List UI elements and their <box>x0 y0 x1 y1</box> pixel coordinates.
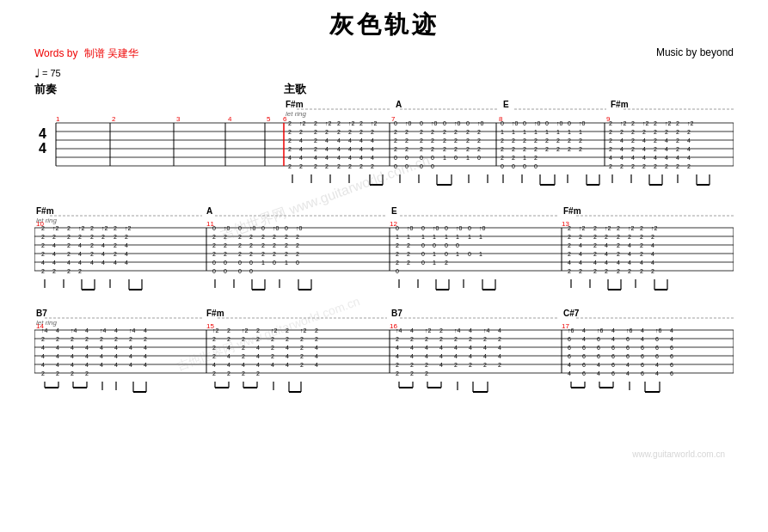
svg-text:2: 2 <box>242 353 245 359</box>
words-credit: Words by 制谱 吴建华 <box>34 46 138 61</box>
svg-text:2: 2 <box>620 163 624 169</box>
svg-text:2: 2 <box>114 242 117 248</box>
svg-text:4: 4 <box>314 155 317 161</box>
svg-text:2: 2 <box>396 370 399 376</box>
svg-text:2: 2 <box>593 225 597 231</box>
svg-text:4: 4 <box>125 242 128 248</box>
svg-text:2: 2 <box>477 129 481 135</box>
svg-text:↑4: ↑4 <box>100 327 107 333</box>
svg-text:2: 2 <box>605 268 608 274</box>
svg-text:2: 2 <box>556 146 560 152</box>
svg-text:2: 2 <box>238 251 242 257</box>
svg-text:↑4: ↑4 <box>41 327 48 333</box>
svg-text:4: 4 <box>687 155 691 161</box>
tab-section-3: B7 let ring F#m B7 C#7 14 15 16 <box>34 306 734 408</box>
svg-text:1: 1 <box>456 234 459 240</box>
svg-text:2: 2 <box>676 129 679 135</box>
svg-text:4: 4 <box>582 336 586 342</box>
svg-text:4: 4 <box>52 260 56 266</box>
svg-text:4: 4 <box>337 155 341 161</box>
svg-text:4: 4 <box>114 362 118 368</box>
svg-text:1: 1 <box>479 251 482 257</box>
svg-text:2: 2 <box>617 251 620 257</box>
svg-text:0: 0 <box>468 225 471 231</box>
svg-text:2: 2 <box>144 336 147 342</box>
svg-text:4: 4 <box>101 242 105 248</box>
svg-text:4: 4 <box>129 345 132 351</box>
svg-text:4: 4 <box>129 353 132 359</box>
svg-text:4: 4 <box>100 362 103 368</box>
svg-text:0: 0 <box>431 163 434 169</box>
svg-text:4: 4 <box>620 138 624 144</box>
svg-text:0: 0 <box>249 268 253 274</box>
svg-text:4: 4 <box>101 260 105 266</box>
svg-text:4: 4 <box>676 155 679 161</box>
svg-text:4: 4 <box>410 353 414 359</box>
svg-text:↑2: ↑2 <box>605 225 611 231</box>
svg-text:4: 4 <box>454 353 458 359</box>
svg-text:2: 2 <box>256 370 260 376</box>
svg-text:4: 4 <box>611 327 615 333</box>
svg-text:↑2: ↑2 <box>271 327 278 333</box>
svg-text:4: 4 <box>286 345 289 351</box>
svg-text:2: 2 <box>687 129 691 135</box>
svg-text:↑0: ↑0 <box>477 120 484 126</box>
svg-text:2: 2 <box>41 336 45 342</box>
svg-text:4: 4 <box>337 138 341 144</box>
svg-text:2: 2 <box>224 234 227 240</box>
svg-text:6: 6 <box>641 362 644 368</box>
svg-text:6: 6 <box>655 336 659 342</box>
svg-text:2: 2 <box>431 129 434 135</box>
svg-text:4: 4 <box>78 242 82 248</box>
svg-text:6: 6 <box>670 353 673 359</box>
svg-text:4: 4 <box>665 138 668 144</box>
svg-text:3: 3 <box>176 115 181 123</box>
svg-text:4: 4 <box>114 353 118 359</box>
svg-text:6: 6 <box>597 336 600 342</box>
svg-text:4: 4 <box>597 370 600 376</box>
svg-text:6: 6 <box>568 345 571 351</box>
svg-text:2: 2 <box>454 129 458 135</box>
svg-text:6: 6 <box>597 345 600 351</box>
svg-text:2: 2 <box>348 129 352 135</box>
svg-text:2: 2 <box>238 234 242 240</box>
svg-text:0: 0 <box>296 260 299 266</box>
svg-text:2: 2 <box>687 163 691 169</box>
svg-text:2: 2 <box>41 242 45 248</box>
svg-text:0: 0 <box>394 120 397 126</box>
svg-text:2: 2 <box>288 129 292 135</box>
svg-text:4: 4 <box>579 242 582 248</box>
svg-text:2: 2 <box>568 251 571 257</box>
svg-text:0: 0 <box>249 260 253 266</box>
svg-text:2: 2 <box>125 234 128 240</box>
svg-text:2: 2 <box>568 242 571 248</box>
svg-text:1: 1 <box>421 234 425 240</box>
svg-text:0: 0 <box>405 155 409 161</box>
svg-text:↑0: ↑0 <box>296 225 303 231</box>
svg-text:4: 4 <box>617 260 620 266</box>
svg-text:2: 2 <box>454 138 458 144</box>
svg-text:2: 2 <box>212 370 216 376</box>
svg-text:2: 2 <box>56 370 59 376</box>
svg-text:2: 2 <box>609 129 612 135</box>
svg-text:2: 2 <box>631 138 635 144</box>
svg-text:2: 2 <box>483 336 487 342</box>
tempo-row: ♩ = 75 <box>34 66 734 80</box>
svg-text:B7: B7 <box>391 309 402 318</box>
svg-text:2: 2 <box>337 129 341 135</box>
svg-text:2: 2 <box>71 370 74 376</box>
svg-text:0: 0 <box>420 163 423 169</box>
svg-text:2: 2 <box>300 353 304 359</box>
svg-text:2: 2 <box>67 234 71 240</box>
svg-text:1: 1 <box>56 115 60 123</box>
svg-text:1: 1 <box>396 234 399 240</box>
svg-text:↑2: ↑2 <box>620 120 627 126</box>
svg-text:4: 4 <box>371 155 374 161</box>
svg-text:2: 2 <box>617 225 620 231</box>
svg-text:2: 2 <box>501 138 504 144</box>
svg-text:2: 2 <box>676 138 679 144</box>
svg-text:↑2: ↑2 <box>628 225 635 231</box>
svg-text:4: 4 <box>642 146 646 152</box>
svg-text:4: 4 <box>100 353 103 359</box>
svg-text:4: 4 <box>655 370 659 376</box>
